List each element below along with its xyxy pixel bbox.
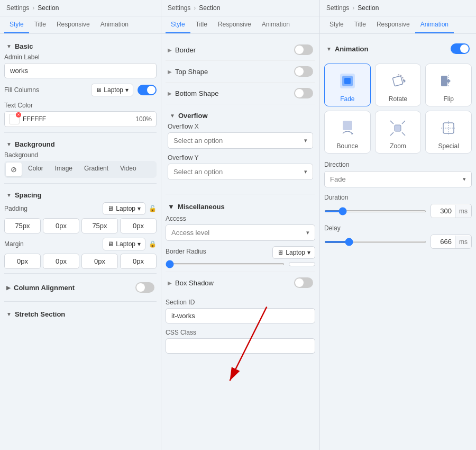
anim-item-flip[interactable]: Flip: [425, 64, 472, 106]
background-section-header[interactable]: ▼ Background: [4, 137, 157, 151]
margin-right[interactable]: [43, 254, 79, 269]
margin-device[interactable]: 🖥 Laptop ▾: [103, 238, 145, 250]
anim-item-zoom[interactable]: Zoom: [375, 111, 422, 154]
margin-bottom[interactable]: [81, 254, 118, 269]
padding-left[interactable]: [120, 218, 157, 233]
bottom-shape-toggle[interactable]: [294, 88, 313, 98]
stretch-header[interactable]: ▼ Stretch Section: [6, 310, 65, 318]
access-select[interactable]: Access level ▾: [166, 224, 315, 241]
border-radius-slider-row: [166, 262, 315, 266]
remove-color-icon[interactable]: ✕: [16, 112, 21, 118]
fill-columns-toggle[interactable]: [138, 85, 157, 95]
duration-value[interactable]: [431, 204, 455, 218]
anim-item-fade[interactable]: Fade: [324, 64, 371, 106]
tab-title-mid[interactable]: Title: [190, 16, 213, 33]
tab-animation-right[interactable]: Animation: [415, 16, 454, 33]
margin-top[interactable]: [4, 254, 41, 269]
border-toggle[interactable]: [294, 44, 313, 55]
right-breadcrumb-settings[interactable]: Settings: [326, 4, 349, 12]
overflow-x-value: Select an option: [173, 137, 223, 145]
fill-columns-device[interactable]: 🖥 Laptop ▾: [91, 84, 133, 96]
anim-item-rotate[interactable]: Rotate: [375, 64, 422, 106]
spacing-section-header[interactable]: ▼ Spacing: [4, 188, 157, 202]
top-shape-expand-icon[interactable]: ▶: [168, 69, 172, 75]
margin-chevron: ▾: [138, 240, 141, 248]
color-swatch[interactable]: ✕: [9, 114, 20, 124]
margin-device-label: Laptop: [116, 240, 135, 248]
css-class-input[interactable]: [166, 338, 315, 354]
overflow-header[interactable]: ▼ Overflow: [168, 109, 313, 123]
padding-right[interactable]: [43, 218, 79, 233]
overflow-y-select[interactable]: Select an option ▾: [168, 164, 313, 180]
section-id-label: Section ID: [166, 299, 315, 306]
left-breadcrumb: Settings › Section: [0, 0, 161, 16]
margin-laptop-icon: 🖥: [107, 240, 114, 248]
mid-tabs: Style Title Responsive Animation: [161, 16, 319, 34]
margin-label: Margin: [4, 240, 24, 248]
direction-select[interactable]: Fade ▾: [324, 171, 472, 187]
bg-color-tab[interactable]: Color: [23, 163, 49, 176]
padding-lock-icon[interactable]: 🔓: [149, 205, 157, 212]
right-panel-content: ▼ Animation Fade: [320, 34, 476, 450]
top-shape-toggle[interactable]: [294, 66, 313, 77]
tab-responsive-left[interactable]: Responsive: [51, 16, 95, 33]
right-tabs: Style Title Responsive Animation: [320, 16, 476, 34]
bg-none-tab[interactable]: ⊘: [6, 163, 22, 176]
border-radius-device[interactable]: 🖥 Laptop ▾: [272, 246, 315, 259]
tab-responsive-mid[interactable]: Responsive: [213, 16, 257, 33]
col-align-header[interactable]: ▶ Column Alignment: [6, 284, 75, 292]
animation-toggle[interactable]: [451, 43, 470, 54]
delay-value[interactable]: [431, 235, 455, 248]
tab-animation-left[interactable]: Animation: [95, 16, 134, 33]
box-shadow-section: ▶ Box Shadow: [166, 272, 315, 293]
animation-toggle-row: ▼ Animation: [324, 39, 472, 58]
padding-bottom[interactable]: [81, 218, 118, 233]
mid-breadcrumb: Settings › Section: [161, 0, 319, 16]
duration-slider[interactable]: [324, 210, 426, 212]
background-section: ▼ Background Background ⊘ Color Image Gr…: [4, 137, 157, 178]
bottom-shape-expand-icon[interactable]: ▶: [168, 91, 172, 96]
tab-title-left[interactable]: Title: [29, 16, 51, 33]
right-breadcrumb-sep: ›: [352, 4, 354, 12]
tab-style-mid[interactable]: Style: [166, 16, 190, 33]
tab-style-right[interactable]: Style: [324, 16, 349, 33]
anim-item-bounce[interactable]: Bounce: [324, 111, 371, 154]
spacing-section: ▼ Spacing Padding 🖥 Laptop ▾ 🔓: [4, 188, 157, 269]
bg-video-tab[interactable]: Video: [115, 163, 141, 176]
box-shadow-expand-icon[interactable]: ▶: [168, 280, 172, 286]
section-id-input[interactable]: [166, 308, 315, 323]
bg-gradient-tab[interactable]: Gradient: [79, 163, 114, 176]
mid-breadcrumb-settings[interactable]: Settings: [168, 4, 190, 12]
margin-lock-icon[interactable]: 🔒: [149, 240, 157, 248]
left-tabs: Style Title Responsive Animation: [0, 16, 161, 34]
padding-top[interactable]: [4, 218, 41, 233]
padding-device[interactable]: 🖥 Laptop ▾: [103, 202, 145, 215]
col-align-toggle[interactable]: [135, 282, 154, 293]
anim-item-special[interactable]: Special: [425, 111, 472, 154]
tab-title-right[interactable]: Title: [349, 16, 371, 33]
background-type-group: Background ⊘ Color Image Gradient Video: [4, 151, 157, 178]
box-shadow-toggle[interactable]: [294, 277, 313, 288]
top-shape-left: ▶ Top Shape: [168, 68, 208, 76]
overflow-arrow-icon: ▼: [170, 113, 175, 119]
mid-panel-content: ▶ Border ▶ Top Shape ▶ Bottom Shape ▼: [161, 34, 319, 450]
tab-responsive-right[interactable]: Responsive: [371, 16, 415, 33]
breadcrumb-settings[interactable]: Settings: [6, 4, 29, 12]
svg-line-14: [390, 121, 393, 124]
bounce-label: Bounce: [336, 142, 358, 150]
border-radius-slider[interactable]: [166, 263, 285, 265]
border-label: Border: [175, 46, 196, 54]
margin-left[interactable]: [120, 254, 157, 269]
tab-style-left[interactable]: Style: [4, 16, 29, 33]
mid-breadcrumb-sep: ›: [194, 4, 196, 12]
delay-slider[interactable]: [324, 241, 426, 243]
svg-marker-6: [404, 79, 406, 83]
admin-label-input[interactable]: [4, 63, 157, 78]
basic-section-header[interactable]: ▼ Basic: [4, 39, 157, 53]
bg-image-tab[interactable]: Image: [50, 163, 78, 176]
misc-header[interactable]: ▼ Miscellaneous: [166, 199, 315, 215]
margin-row: Margin 🖥 Laptop ▾ 🔒: [4, 238, 157, 250]
overflow-x-select[interactable]: Select an option ▾: [168, 132, 313, 149]
border-expand-icon[interactable]: ▶: [168, 47, 172, 53]
tab-animation-mid[interactable]: Animation: [257, 16, 295, 33]
